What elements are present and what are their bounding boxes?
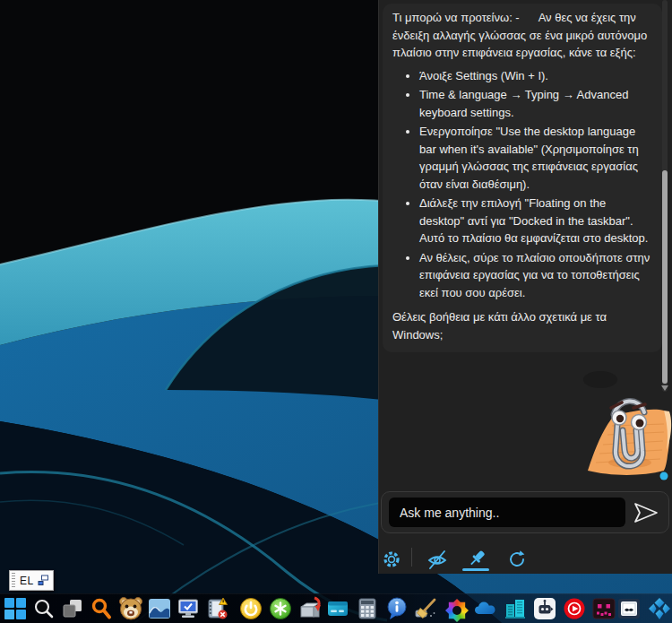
pin-button[interactable] [465,547,488,570]
assistant-toolbar [379,545,672,574]
eye-off-icon [426,548,449,571]
chat-input[interactable] [389,498,625,527]
buildings-app-icon[interactable] [503,596,528,621]
send-button[interactable] [631,499,661,526]
pc-check-app-icon[interactable] [176,596,201,621]
info-app-icon[interactable] [384,596,409,621]
chat-input-container [381,491,669,533]
message-bullet: Διάλεξε την επιλογή "Floating on the des… [419,195,652,247]
notification-dot [660,472,668,480]
message-bullet-list: Άνοιξε Settings (Win + I). Time & langua… [392,67,652,302]
kodi-icon[interactable] [647,596,672,621]
task-view-icon[interactable] [60,596,85,621]
screen: EL Τι μπορώ να προτείνω: - Αν θες να έχε… [0,0,672,623]
language-bar-grip[interactable] [12,573,15,588]
message-bullet: Time & language → Typing → Advanced keyb… [419,86,652,121]
paper-plane-icon [631,499,661,526]
settings-button[interactable] [380,548,403,571]
language-bar[interactable]: EL [9,570,54,591]
hamster-app-icon[interactable] [118,596,143,621]
cleaner-broom-app-icon[interactable] [413,596,438,621]
refresh-button[interactable] [505,548,529,571]
rainbow-gear-app-icon[interactable] [444,596,470,621]
language-label[interactable]: EL [20,575,34,587]
pixel-face-app-icon[interactable] [591,596,616,621]
calculator-app-icon[interactable] [355,596,380,621]
mustache-photos-app-icon[interactable] [616,596,642,621]
windows-start-icon[interactable] [3,596,28,621]
bot-app-icon[interactable] [532,596,557,621]
uninstaller-app-icon[interactable] [297,596,322,621]
pin-active-indicator [462,568,489,571]
message-bullet: Άνοιξε Settings (Win + I). [419,67,652,85]
notebook-alerts-app-icon[interactable] [204,596,229,621]
clippy-mascot[interactable] [578,384,672,486]
toolbar-divider [411,548,412,567]
message-outro: Θέλεις βοήθεια με κάτι άλλο σχετικά με τ… [392,308,652,343]
assistant-message-bubble: Τι μπορώ να προτείνω: - Αν θες να έχεις … [383,4,662,352]
message-intro: Τι μπορώ να προτείνω: - Αν θες να έχεις … [392,9,652,62]
orange-search-icon[interactable] [89,596,114,621]
gear-icon [380,548,403,571]
youtube-music-icon[interactable] [562,596,587,621]
pushpin-icon [465,547,488,570]
refresh-icon [505,548,529,571]
assistant-panel: Τι μπορώ να προτείνω: - Αν θες να έχεις … [378,0,672,574]
message-bullet: Αν θέλεις, σύρε το πλαίσιο οπουδήποτε στ… [419,249,652,302]
green-star-app-icon[interactable] [268,596,293,621]
taskbar [0,593,672,623]
hide-button[interactable] [426,548,449,571]
keyboard-layout-icon[interactable] [38,575,49,586]
scrollbar-thumb[interactable] [662,170,668,384]
message-bullet: Ενεργοποίησε "Use the desktop language b… [419,123,652,193]
onedrive-icon[interactable] [473,596,498,621]
search-icon[interactable] [31,596,56,621]
power-app-icon[interactable] [238,596,263,621]
waves-app-icon[interactable] [147,596,172,621]
teal-card-app-icon[interactable] [325,596,350,621]
